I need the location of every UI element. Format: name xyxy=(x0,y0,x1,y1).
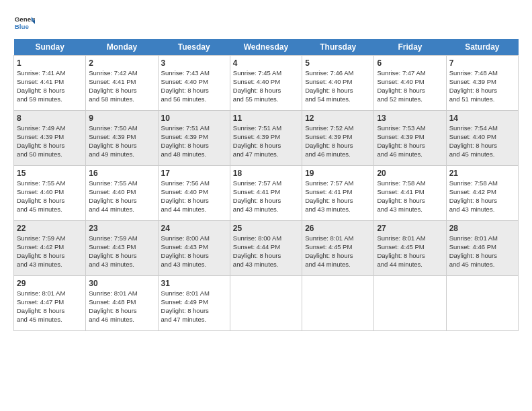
day-number: 22 xyxy=(17,223,83,234)
calendar-cell: 23Sunrise: 7:59 AMSunset: 4:43 PMDayligh… xyxy=(86,221,158,276)
day-header-thursday: Thursday xyxy=(302,39,374,56)
day-info-line: Sunrise: 7:43 AM xyxy=(161,69,227,78)
day-info-line: Sunrise: 7:42 AM xyxy=(89,69,154,78)
day-info-line: Sunset: 4:39 PM xyxy=(377,133,443,142)
day-info-line: Sunset: 4:40 PM xyxy=(377,78,443,87)
day-header-sunday: Sunday xyxy=(14,39,86,56)
day-info-line: Sunrise: 7:55 AM xyxy=(17,179,83,188)
day-number: 5 xyxy=(305,58,371,68)
day-info-line: Sunset: 4:39 PM xyxy=(449,78,515,87)
day-number: 27 xyxy=(377,223,443,234)
calendar-cell xyxy=(446,276,518,331)
day-info-line: Sunset: 4:41 PM xyxy=(17,78,83,87)
day-info-line: and 43 minutes. xyxy=(377,205,443,214)
calendar-cell: 22Sunrise: 7:59 AMSunset: 4:42 PMDayligh… xyxy=(14,221,86,276)
day-info-line: and 46 minutes. xyxy=(377,150,443,159)
calendar-cell: 16Sunrise: 7:55 AMSunset: 4:40 PMDayligh… xyxy=(86,166,158,221)
day-info-line: and 46 minutes. xyxy=(89,316,154,324)
day-info-line: Sunrise: 7:59 AM xyxy=(17,234,83,243)
day-info-line: Sunset: 4:41 PM xyxy=(233,188,299,197)
day-info-line: Daylight: 8 hours xyxy=(161,87,227,95)
day-number: 19 xyxy=(305,168,371,179)
calendar-cell: 11Sunrise: 7:51 AMSunset: 4:39 PMDayligh… xyxy=(230,111,302,166)
day-info-line: Sunset: 4:39 PM xyxy=(233,133,299,142)
day-number: 2 xyxy=(89,58,154,68)
day-info-line: and 52 minutes. xyxy=(377,95,443,104)
day-number: 20 xyxy=(377,168,443,179)
day-number: 26 xyxy=(305,223,371,234)
day-info-line: Daylight: 8 hours xyxy=(305,252,371,261)
day-info-line: Sunset: 4:40 PM xyxy=(89,188,154,197)
day-header-tuesday: Tuesday xyxy=(158,39,230,56)
calendar-cell: 31Sunrise: 8:01 AMSunset: 4:49 PMDayligh… xyxy=(158,276,230,331)
header-row: SundayMondayTuesdayWednesdayThursdayFrid… xyxy=(14,39,519,56)
day-info-line: Sunset: 4:42 PM xyxy=(449,188,515,197)
day-info-line: Daylight: 8 hours xyxy=(233,142,299,150)
day-info-line: and 58 minutes. xyxy=(89,95,154,104)
day-info-line: Sunset: 4:45 PM xyxy=(377,243,443,252)
day-info-line: Daylight: 8 hours xyxy=(17,252,83,261)
day-info-line: Sunrise: 7:54 AM xyxy=(449,124,515,133)
calendar-cell: 3Sunrise: 7:43 AMSunset: 4:40 PMDaylight… xyxy=(158,56,230,111)
day-info-line: Sunset: 4:46 PM xyxy=(449,243,515,252)
day-number: 25 xyxy=(233,223,299,234)
day-info-line: and 45 minutes. xyxy=(17,316,83,324)
day-info-line: and 45 minutes. xyxy=(449,150,515,159)
day-info-line: Sunset: 4:49 PM xyxy=(161,298,227,307)
day-info-line: Daylight: 8 hours xyxy=(89,307,154,316)
day-info-line: and 43 minutes. xyxy=(233,261,299,269)
day-info-line: Sunrise: 7:55 AM xyxy=(89,179,154,188)
calendar-cell: 17Sunrise: 7:56 AMSunset: 4:40 PMDayligh… xyxy=(158,166,230,221)
day-number: 13 xyxy=(377,113,443,124)
day-number: 10 xyxy=(161,113,227,124)
day-info-line: Daylight: 8 hours xyxy=(17,142,83,150)
day-info-line: and 45 minutes. xyxy=(449,261,515,269)
calendar-cell: 21Sunrise: 7:58 AMSunset: 4:42 PMDayligh… xyxy=(446,166,518,221)
day-info-line: and 50 minutes. xyxy=(17,150,83,159)
day-number: 6 xyxy=(377,58,443,68)
day-info-line: and 44 minutes. xyxy=(89,205,154,214)
day-info-line: Daylight: 8 hours xyxy=(17,307,83,316)
day-info-line: Sunrise: 7:46 AM xyxy=(305,69,371,78)
day-info-line: and 43 minutes. xyxy=(305,205,371,214)
day-info-line: Sunset: 4:39 PM xyxy=(161,133,227,142)
calendar-cell: 1Sunrise: 7:41 AMSunset: 4:41 PMDaylight… xyxy=(14,56,86,111)
day-info-line: and 43 minutes. xyxy=(233,205,299,214)
calendar-page: General Blue SundayMondayTuesdayWednesda… xyxy=(0,0,532,411)
day-info-line: Daylight: 8 hours xyxy=(377,197,443,205)
day-info-line: Sunset: 4:42 PM xyxy=(17,243,83,252)
day-number: 23 xyxy=(89,223,154,234)
day-info-line: Sunset: 4:47 PM xyxy=(17,298,83,307)
day-number: 21 xyxy=(449,168,515,179)
day-info-line: and 44 minutes. xyxy=(161,205,227,214)
day-info-line: Daylight: 8 hours xyxy=(377,252,443,261)
day-info-line: and 46 minutes. xyxy=(305,150,371,159)
day-info-line: Sunset: 4:40 PM xyxy=(17,188,83,197)
day-info-line: Sunrise: 8:01 AM xyxy=(377,234,443,243)
day-info-line: Daylight: 8 hours xyxy=(377,87,443,95)
day-info-line: Sunrise: 8:00 AM xyxy=(233,234,299,243)
day-number: 12 xyxy=(305,113,371,124)
day-info-line: Sunrise: 8:01 AM xyxy=(17,289,83,298)
logo: General Blue xyxy=(13,12,35,34)
day-info-line: Sunrise: 7:51 AM xyxy=(233,124,299,133)
day-number: 17 xyxy=(161,168,227,179)
day-info-line: and 54 minutes. xyxy=(305,95,371,104)
calendar-cell: 5Sunrise: 7:46 AMSunset: 4:40 PMDaylight… xyxy=(302,56,374,111)
calendar-cell: 15Sunrise: 7:55 AMSunset: 4:40 PMDayligh… xyxy=(14,166,86,221)
day-info-line: Sunrise: 8:01 AM xyxy=(161,289,227,298)
day-info-line: and 43 minutes. xyxy=(17,261,83,269)
day-info-line: Daylight: 8 hours xyxy=(449,197,515,205)
day-info-line: Daylight: 8 hours xyxy=(89,142,154,150)
day-info-line: Daylight: 8 hours xyxy=(89,252,154,261)
day-number: 8 xyxy=(17,113,83,124)
calendar-cell: 18Sunrise: 7:57 AMSunset: 4:41 PMDayligh… xyxy=(230,166,302,221)
day-info-line: Sunset: 4:45 PM xyxy=(305,243,371,252)
day-number: 28 xyxy=(449,223,515,234)
calendar-cell: 14Sunrise: 7:54 AMSunset: 4:40 PMDayligh… xyxy=(446,111,518,166)
day-info-line: Sunrise: 7:49 AM xyxy=(17,124,83,133)
day-info-line: Sunset: 4:41 PM xyxy=(89,78,154,87)
day-info-line: and 45 minutes. xyxy=(17,205,83,214)
day-info-line: and 47 minutes. xyxy=(233,150,299,159)
day-info-line: and 59 minutes. xyxy=(17,95,83,104)
